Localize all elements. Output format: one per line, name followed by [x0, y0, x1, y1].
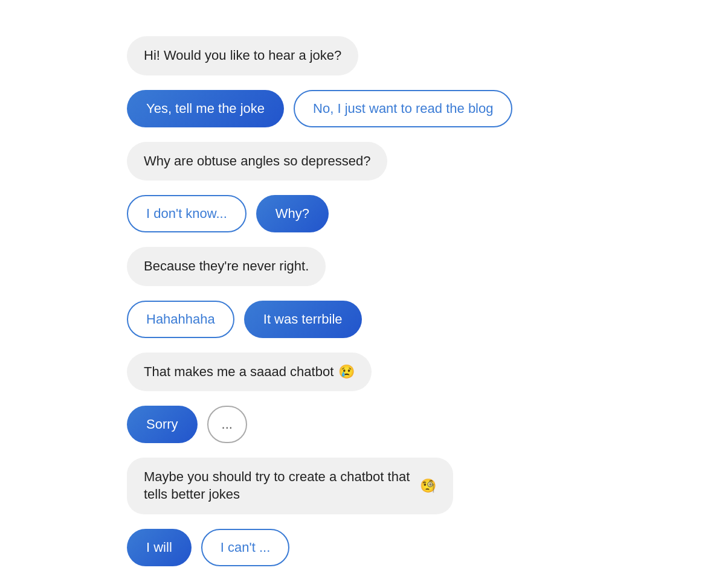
- bot-message-1: Hi! Would you like to hear a joke?: [127, 36, 358, 75]
- bot-message-5: Maybe you should try to create a chatbot…: [127, 458, 453, 514]
- bot-message-1-text: Hi! Would you like to hear a joke?: [144, 47, 341, 65]
- message-row-3: Because they're never right.: [127, 247, 598, 286]
- message-row-1: Hi! Would you like to hear a joke?: [127, 36, 598, 75]
- bot-message-4-text: That makes me a saaad chatbot: [144, 363, 334, 381]
- message-row-2: Why are obtuse angles so depressed?: [127, 142, 598, 181]
- message-row-4: That makes me a saaad chatbot 😢: [127, 353, 598, 392]
- btn-icant[interactable]: I can't ...: [201, 529, 289, 566]
- btn-haha[interactable]: Hahahhaha: [127, 301, 234, 338]
- bot-message-5-text: Maybe you should try to create a chatbot…: [144, 468, 415, 503]
- btn-no[interactable]: No, I just want to read the blog: [294, 90, 512, 127]
- sad-emoji: 😢: [338, 363, 355, 381]
- btn-idk[interactable]: I don't know...: [127, 195, 246, 232]
- btn-why[interactable]: Why?: [256, 195, 329, 232]
- btn-terrible[interactable]: It was terrbile: [244, 301, 362, 338]
- btn-iwill[interactable]: I will: [127, 529, 192, 566]
- chat-container: Hi! Would you like to hear a joke? Yes, …: [127, 24, 598, 578]
- btn-sorry[interactable]: Sorry: [127, 406, 198, 443]
- message-row-5: Maybe you should try to create a chatbot…: [127, 458, 598, 514]
- btn-yes[interactable]: Yes, tell me the joke: [127, 90, 284, 127]
- bot-message-2: Why are obtuse angles so depressed?: [127, 142, 387, 181]
- bot-message-4: That makes me a saaad chatbot 😢: [127, 353, 372, 392]
- bot-message-3: Because they're never right.: [127, 247, 326, 286]
- button-row-2: I don't know... Why?: [127, 195, 598, 232]
- btn-dots[interactable]: ...: [207, 406, 247, 443]
- button-row-5: I will I can't ...: [127, 529, 598, 566]
- button-row-1: Yes, tell me the joke No, I just want to…: [127, 90, 598, 127]
- bot-message-2-text: Why are obtuse angles so depressed?: [144, 153, 370, 170]
- monocle-emoji: 🧐: [420, 478, 436, 495]
- button-row-3: Hahahhaha It was terrbile: [127, 301, 598, 338]
- bot-message-3-text: Because they're never right.: [144, 258, 309, 275]
- button-row-4: Sorry ...: [127, 406, 598, 443]
